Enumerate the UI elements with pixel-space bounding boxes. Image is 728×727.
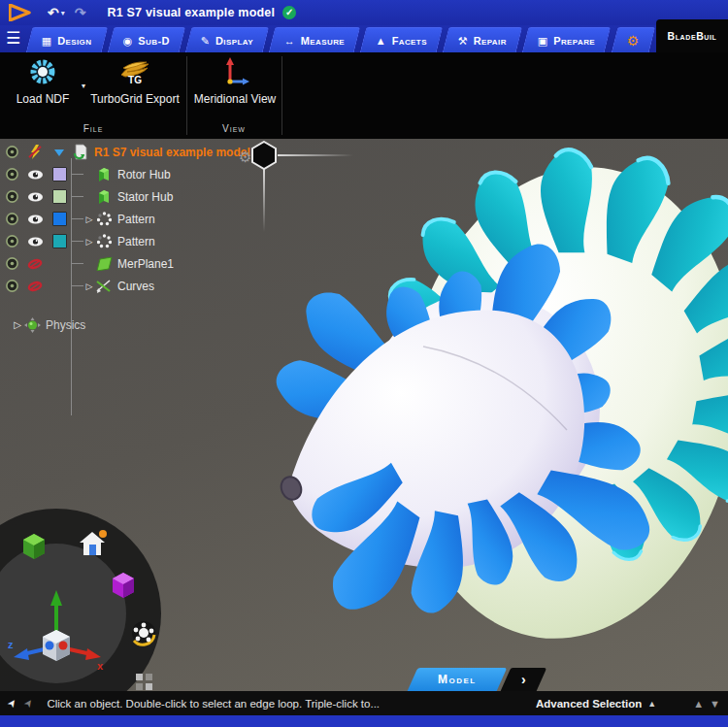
spin-view-icon[interactable] [132,621,155,644]
repair-icon: ⚒ [458,35,468,46]
pattern-icon [95,233,113,250]
impeller-icon [26,55,59,88]
select-target-icon[interactable] [3,255,20,273]
title-bar: ↶ ▾ ↷ R1 S7 visual example model ✓ [0,0,728,25]
widget-gear-icon[interactable]: ⚙ [239,149,251,165]
tree-root-label[interactable]: R1 S7 visual example model [94,146,250,159]
status-message: Click an object. Double-click to select … [47,698,380,710]
document-title: R1 S7 visual example model [107,6,275,19]
color-swatch[interactable] [52,234,67,248]
visibility-eye-icon[interactable] [26,211,44,228]
ribbon-group-view: View [186,123,281,134]
ribbon-separator [281,56,282,135]
select-target-icon[interactable] [3,278,20,295]
hub-icon [95,188,113,206]
redo-button[interactable]: ↷ [75,5,86,20]
display-icon: ✎ [201,35,210,46]
navigation-wheel[interactable]: z x [0,497,173,691]
expand-arrow-icon[interactable]: ▷ [83,237,95,247]
turbogrid-export-button[interactable]: TG TurboGrid Export [85,54,184,106]
tab-bladebuilder[interactable]: BladeBuil [656,19,728,52]
tab-display[interactable]: ✎Display [185,27,270,52]
z-axis-label: z [8,639,14,650]
3d-viewport[interactable]: R1 S7 visual example modelRotor HubStato… [0,139,728,691]
pattern-icon [95,211,113,228]
color-swatch[interactable] [52,167,67,182]
curves-icon [95,278,113,295]
color-swatch[interactable] [52,189,67,204]
snapshot-grid-icon[interactable] [136,674,152,690]
expand-arrow-icon[interactable]: ▷ [83,215,95,224]
tab-repair[interactable]: ⚒Repair [443,27,523,52]
visibility-eye-icon[interactable] [26,166,44,183]
ribbon-group-file: File [0,123,186,134]
tree-item-physics[interactable]: ▷Physics [12,314,291,336]
secondary-cursor-icon[interactable]: ➤ [21,696,37,710]
tree-item-label[interactable]: Stator Hub [117,190,173,204]
color-swatch[interactable] [52,212,67,226]
model-tab-next-chevron[interactable]: › [500,668,546,691]
tree-item-label[interactable]: Rotor Hub [117,168,171,182]
tree-item-label[interactable]: Curves [117,280,154,293]
collapse-chevron-icon[interactable] [50,144,68,161]
document-icon [72,144,89,161]
expand-arrow-icon[interactable]: ▷ [83,281,95,291]
panel-down-icon[interactable]: ▼ [710,698,720,710]
select-target-icon[interactable] [3,211,20,228]
select-target-icon[interactable] [3,233,20,250]
tab-design[interactable]: ▦Design [26,27,108,52]
facets-icon: ▲ [376,35,386,46]
tree-item-merplane1[interactable]: MerPlane1 [0,252,291,275]
select-target-icon[interactable] [3,144,20,161]
meridional-view-button[interactable]: Meridional View [192,54,278,106]
visibility-eye-icon[interactable] [26,188,44,206]
window-bottom-strip [0,715,728,727]
measure-icon: ↔ [284,35,295,46]
x-axis-label: x [97,660,104,672]
expand-arrow-icon[interactable]: ▷ [12,319,23,330]
tab-prepare[interactable]: ▣Prepare [522,27,612,52]
spaceclaim-logo-icon [9,4,32,21]
tree-item-curves[interactable]: ▷Curves [0,275,291,297]
panel-up-icon[interactable]: ▲ [693,698,704,710]
undo-dropdown-caret[interactable]: ▾ [61,9,65,17]
tab-settings-gear[interactable]: ⚙ [611,27,654,52]
select-cursor-icon[interactable]: ➤ [5,696,20,710]
tg-label: TG [128,75,142,85]
hub-icon [95,166,113,183]
load-ndf-button[interactable]: Load NDF ▾ [6,54,80,106]
tree-item-label[interactable]: Physics [46,318,85,332]
physics-icon [23,316,41,334]
tree-item-label[interactable]: Pattern [117,213,155,226]
tab-measure[interactable]: ↔Measure [269,27,361,52]
tab-facets[interactable]: ▲Facets [360,27,444,52]
tree-item-label[interactable]: MerPlane1 [117,257,174,271]
advanced-selection-button[interactable]: Advanced Selection [536,698,642,710]
application-window: ↶ ▾ ↷ R1 S7 visual example model ✓ ☰ ▦De… [0,0,728,727]
gear-icon: ⚙ [627,34,640,48]
ribbon-toolbar: Load NDF ▾ TG TurboGrid Export [0,52,728,139]
select-target-icon[interactable] [3,166,20,183]
selection-hex-widget[interactable]: ⚙ [231,141,357,238]
tab-sub-d[interactable]: ◉Sub-D [107,27,185,52]
status-bar: ➤ ➤ Click an object. Double-click to sel… [0,691,728,715]
design-icon: ▦ [42,35,51,46]
menu-hamburger-icon[interactable]: ☰ [6,28,20,49]
select-target-icon[interactable] [3,188,20,206]
hexagon-handle[interactable] [252,142,276,169]
hidden-eye-icon[interactable] [26,278,44,295]
advanced-selection-expand-icon[interactable]: ▲ [647,699,656,709]
visibility-eye-icon[interactable] [26,233,44,250]
suppress-physics-icon[interactable] [26,144,44,161]
model-tab[interactable]: Model [408,668,507,691]
undo-button[interactable]: ↶ [48,5,59,20]
prepare-icon: ▣ [538,35,547,46]
meridional-axes-icon [218,55,251,88]
tree-item-label[interactable]: Pattern [117,235,155,248]
sub-d-icon: ◉ [123,35,133,46]
hidden-eye-icon[interactable] [26,255,44,273]
saved-check-icon: ✓ [282,6,296,19]
plane-icon [95,255,113,273]
ribbon-tab-bar: ☰ ▦Design◉Sub-D✎Display↔Measure▲Facets⚒R… [0,25,728,52]
